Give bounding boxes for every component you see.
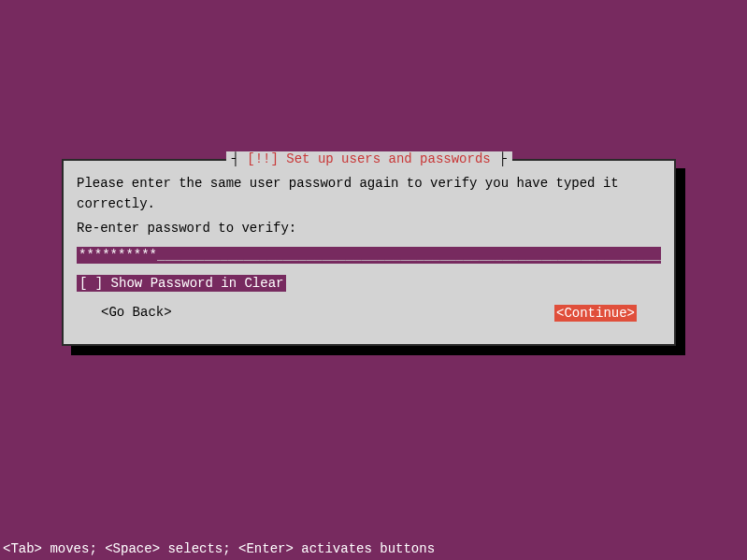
password-value: ********** xyxy=(79,248,157,263)
title-bracket-right: ├ xyxy=(491,151,507,166)
title-warning-marker: [!!] xyxy=(247,151,279,166)
password-input[interactable]: **********______________________________… xyxy=(77,247,661,264)
checkbox-indicator: [ ] xyxy=(79,276,103,291)
title-text: Set up users and passwords xyxy=(279,151,491,166)
footer-help: <Tab> moves; <Space> selects; <Enter> ac… xyxy=(3,541,435,556)
button-row: <Go Back> <Continue> xyxy=(77,305,661,322)
title-bracket-left: ┤ xyxy=(231,151,247,166)
dialog-content: Please enter the same user password agai… xyxy=(64,161,674,331)
instruction-text: Please enter the same user password agai… xyxy=(77,173,661,215)
go-back-button[interactable]: <Go Back> xyxy=(101,305,172,322)
dialog-title: ┤ [!!] Set up users and passwords ├ xyxy=(225,151,511,166)
show-password-checkbox[interactable]: [ ] Show Password in Clear xyxy=(77,275,286,292)
continue-button[interactable]: <Continue> xyxy=(554,305,637,322)
password-fill: ________________________________________… xyxy=(157,248,661,263)
password-label: Re-enter password to verify: xyxy=(77,221,661,236)
checkbox-label: Show Password in Clear xyxy=(103,276,283,291)
dialog-box: ┤ [!!] Set up users and passwords ├ Plea… xyxy=(62,159,676,346)
